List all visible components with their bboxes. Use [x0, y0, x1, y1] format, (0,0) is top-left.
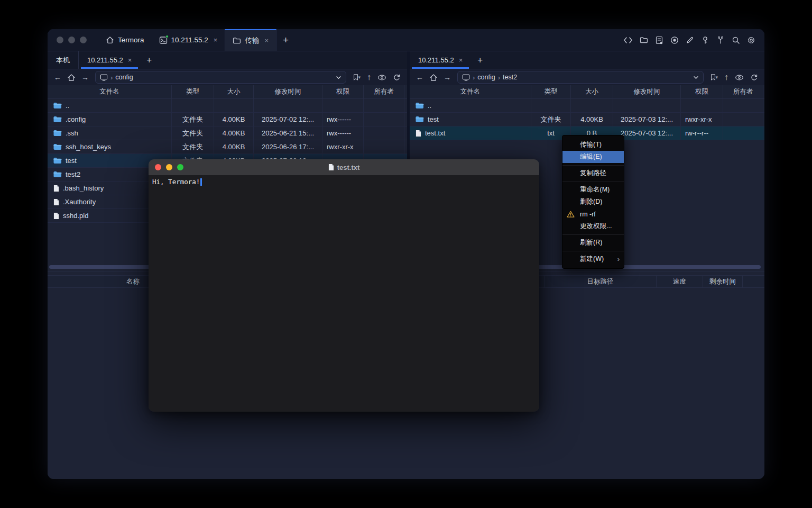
file-row-.ssh[interactable]: .ssh文件夹4.00KB2025-06-21 15:...rwx------	[48, 126, 407, 140]
event-log-icon[interactable]	[655, 36, 663, 44]
home-icon	[106, 36, 114, 44]
file-owner-cell	[364, 99, 404, 112]
file-size-cell: 4.00KB	[214, 126, 254, 140]
panel-tab-10.211.55.2[interactable]: 10.211.55.2×	[79, 51, 140, 69]
bookmark-button[interactable]: ▾	[350, 74, 363, 81]
file-owner-cell	[364, 140, 404, 153]
column-header-所有者[interactable]: 所有者	[723, 85, 763, 98]
parent-directory-button[interactable]: ↑	[365, 72, 373, 82]
close-tab-icon[interactable]: ×	[214, 37, 218, 43]
column-header-类型[interactable]: 类型	[172, 85, 214, 98]
column-header-权限[interactable]: 权限	[681, 85, 723, 98]
column-header-所有者[interactable]: 所有者	[364, 85, 404, 98]
close-tab-icon[interactable]: ×	[128, 57, 132, 64]
menu-item-编辑(E)[interactable]: 编辑(E)	[562, 151, 624, 163]
file-perm-cell: rwx------	[322, 126, 364, 140]
column-header-文件名[interactable]: 文件名	[410, 85, 531, 98]
window-minimize-button[interactable]	[68, 37, 75, 43]
close-tab-icon[interactable]: ×	[264, 37, 269, 44]
back-button[interactable]: ←	[52, 73, 63, 81]
panel-tab-本机[interactable]: 本机	[48, 51, 79, 69]
window-close-button[interactable]	[57, 37, 63, 43]
tab-label: 10.211.55.2	[171, 36, 208, 44]
home-button[interactable]	[66, 74, 77, 81]
menu-item-删除(D)[interactable]: 删除(D)	[562, 196, 624, 208]
chevron-down-icon[interactable]	[693, 76, 699, 79]
refresh-button[interactable]	[748, 74, 760, 81]
column-header-文件名[interactable]: 文件名	[48, 85, 172, 98]
file-name: .Xauthority	[63, 198, 96, 206]
forward-button[interactable]: →	[441, 73, 453, 81]
column-header-权限[interactable]: 权限	[322, 85, 364, 98]
column-header-修改时间[interactable]: 修改时间	[613, 85, 681, 98]
column-header-大小[interactable]: 大小	[571, 85, 613, 98]
new-panel-tab-button[interactable]: +	[140, 51, 158, 69]
file-name: ssh_host_keys	[66, 143, 111, 151]
folder-icon	[233, 37, 241, 44]
folder-icon[interactable]	[640, 37, 648, 43]
editor-minimize-button[interactable]	[166, 164, 172, 170]
window-zoom-button[interactable]	[80, 37, 87, 43]
column-header-修改时间[interactable]: 修改时间	[254, 85, 322, 98]
parent-directory-button[interactable]: ↑	[722, 72, 731, 82]
refresh-button[interactable]	[391, 74, 403, 81]
transfer-column-速度[interactable]: 速度	[657, 276, 703, 287]
menu-item-传输(T)[interactable]: 传输(T)	[562, 139, 624, 151]
close-tab-icon[interactable]: ×	[459, 57, 463, 64]
chevron-down-icon[interactable]	[336, 76, 342, 79]
titlebar-tab-Termora[interactable]: Termora	[98, 29, 152, 51]
new-panel-tab-button[interactable]: +	[471, 51, 489, 69]
transfer-column-剩余时间[interactable]: 剩余时间	[703, 276, 743, 287]
editor-zoom-button[interactable]	[177, 164, 183, 170]
menu-item-更改权限...[interactable]: 更改权限...	[562, 220, 624, 232]
file-name: .config	[66, 115, 86, 123]
home-button[interactable]	[428, 74, 439, 81]
file-row-.config[interactable]: .config文件夹4.00KB2025-07-02 12:...rwx----…	[48, 113, 407, 126]
titlebar-tab-传输[interactable]: 传输×	[225, 29, 276, 51]
column-header-大小[interactable]: 大小	[214, 85, 254, 98]
document-icon	[328, 164, 334, 171]
file-row-..[interactable]: ..	[410, 99, 764, 113]
editor-titlebar[interactable]: test.txt	[149, 159, 539, 175]
path-input[interactable]: ›config	[95, 71, 346, 84]
editor-close-button[interactable]	[155, 164, 161, 170]
key-icon[interactable]	[701, 36, 709, 44]
record-icon[interactable]	[670, 36, 679, 44]
breadcrumb-segment[interactable]: test2	[503, 74, 517, 81]
file-row-..[interactable]: ..	[48, 99, 407, 113]
transfer-column-目标路径[interactable]: 目标路径	[545, 276, 657, 287]
column-header-类型[interactable]: 类型	[531, 85, 571, 98]
breadcrumb-separator: ›	[473, 74, 475, 81]
file-icon	[53, 212, 59, 220]
show-hidden-files-button[interactable]	[375, 75, 389, 80]
menu-item-复制路径[interactable]: 复制路径	[562, 167, 624, 179]
file-perm-cell: rw-r--r--	[681, 126, 723, 140]
breadcrumb-segment[interactable]: config	[477, 74, 495, 81]
file-row-test[interactable]: test文件夹4.00KB2025-07-03 12:...rwxr-xr-x	[410, 113, 764, 126]
menu-item-重命名(M)[interactable]: 重命名(M)	[562, 184, 624, 196]
menu-separator	[562, 249, 624, 253]
bookmark-button[interactable]: ▾	[708, 74, 720, 81]
panel-tab-10.211.55.2[interactable]: 10.211.55.2×	[410, 51, 471, 69]
titlebar-tab-10.211.55.2[interactable]: 10.211.55.2×	[152, 29, 225, 51]
menu-item-新建(W)[interactable]: 新建(W)›	[562, 253, 624, 265]
file-perm-cell	[322, 99, 364, 112]
editor-content[interactable]: Hi, Termora!	[149, 175, 539, 412]
path-input[interactable]: ›config›test2	[457, 71, 704, 84]
breadcrumb-segment[interactable]: config	[115, 74, 133, 81]
settings-icon[interactable]	[747, 36, 755, 44]
file-name-cell: ..	[48, 99, 172, 112]
forward-button[interactable]: →	[79, 73, 91, 81]
edit-icon[interactable]	[686, 36, 694, 44]
back-button[interactable]: ←	[414, 73, 426, 81]
connection-status-dot	[165, 35, 169, 38]
file-row-ssh_host_keys[interactable]: ssh_host_keys文件夹4.00KB2025-06-26 17:...r…	[48, 140, 407, 154]
key-manager-icon[interactable]	[716, 36, 725, 44]
new-tab-button[interactable]: +	[276, 29, 295, 51]
show-hidden-files-button[interactable]	[733, 75, 746, 80]
menu-item-刷新(R)[interactable]: 刷新(R)	[562, 237, 624, 249]
search-icon[interactable]	[732, 36, 740, 44]
menu-item-rm -rf[interactable]: rm -rf	[562, 208, 624, 220]
row-filler	[763, 99, 764, 112]
code-icon[interactable]	[623, 37, 633, 44]
